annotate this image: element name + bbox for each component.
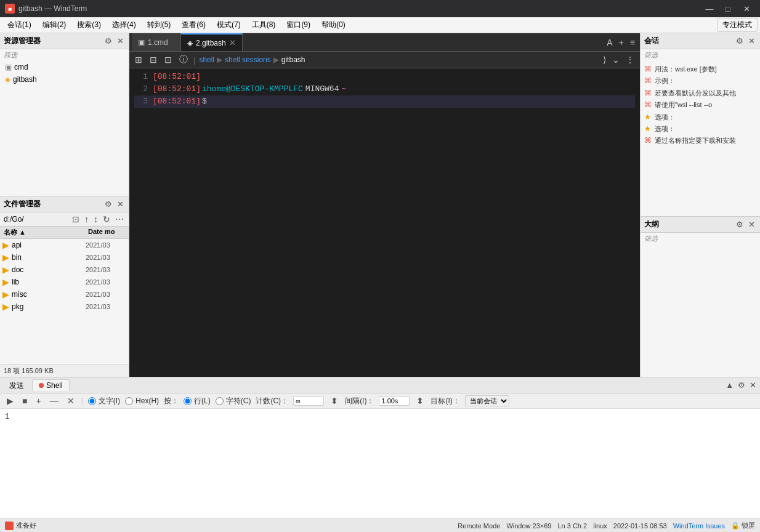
menu-tools[interactable]: 工具(8) — [247, 18, 281, 32]
menu-search[interactable]: 搜索(3) — [72, 18, 106, 32]
bottom-close-icon[interactable]: ✕ — [748, 380, 758, 390]
lock-button[interactable]: 🔒 锁屏 — [731, 521, 755, 530]
tab-close-icon[interactable]: ✕ — [229, 38, 236, 47]
tree-item-cmd[interactable]: ▣ cmd — [0, 61, 129, 73]
issues-link[interactable]: WindTerm Issues — [673, 522, 725, 530]
folder-icon: ▶ — [2, 277, 9, 287]
tab-gitbash[interactable]: ◈ 2.gitbash ✕ — [181, 33, 243, 51]
fm-col-date[interactable]: Date mo — [86, 227, 129, 238]
play-button[interactable]: ▶ — [5, 395, 15, 406]
resource-manager-header: 资源管理器 ⚙ ✕ — [0, 33, 129, 49]
fm-col-name[interactable]: 名称 ▲ — [0, 227, 86, 238]
list-item[interactable]: ▶pkg 2021/03 — [0, 300, 129, 313]
bottom-collapse-icon[interactable]: ▲ — [724, 380, 735, 390]
file-manager: 文件管理器 ⚙ ✕ d:/Go/ ⊡ ↑ ↕ ↻ ⋯ 名称 ▲ Date mo — [0, 196, 129, 377]
git-icon: ◈ — [5, 75, 10, 84]
by-row-radio-input[interactable] — [184, 397, 192, 405]
split-h-icon[interactable]: ⊡ — [163, 54, 174, 65]
new-tab-icon[interactable]: ⊞ — [133, 54, 144, 65]
file-manager-settings-icon[interactable]: ⚙ — [103, 199, 113, 209]
type-text-radio-input[interactable] — [88, 397, 96, 405]
by-char-radio[interactable]: 字符(C) — [216, 396, 251, 406]
chat-text: 请使用"wsl --list --o — [655, 100, 712, 110]
list-item[interactable]: ▶bin 2021/03 — [0, 251, 129, 264]
resource-manager-settings-icon[interactable]: ⚙ — [103, 36, 113, 46]
addr-nav-icon[interactable]: ⟩ — [601, 54, 608, 65]
breadcrumb-shell[interactable]: shell — [199, 55, 214, 64]
tab-menu-icon[interactable]: ≡ — [628, 36, 637, 49]
bottom-tab-send[interactable]: 发送 — [2, 379, 31, 392]
menu-view[interactable]: 查看(6) — [177, 18, 211, 32]
type-hex-radio-input[interactable] — [125, 397, 133, 405]
breadcrumb-gitbash[interactable]: gitbash — [281, 55, 305, 64]
fm-sort-icon[interactable]: ↕ — [92, 214, 99, 225]
info-icon[interactable]: ⓘ — [177, 54, 190, 66]
address-bar: ⊞ ⊟ ⊡ ⓘ | shell ▶ shell sessions ▶ gitba… — [129, 52, 640, 68]
tab-add-icon[interactable]: + — [616, 36, 626, 49]
clear-button[interactable]: ✕ — [65, 395, 76, 406]
menu-select[interactable]: 选择(4) — [107, 18, 141, 32]
outline-close-icon[interactable]: ✕ — [747, 219, 756, 230]
fm-more-icon[interactable]: ⋯ — [114, 214, 125, 225]
minus-button[interactable]: — — [48, 395, 60, 406]
chat-filter: 筛选 — [641, 49, 760, 61]
target-label: 目标(I)： — [431, 396, 459, 406]
tab-cmd[interactable]: ▣ 1.cmd — [132, 33, 181, 51]
menu-session[interactable]: 会话(1) — [2, 18, 36, 32]
addr-expand-icon[interactable]: ⌄ — [610, 54, 621, 65]
breadcrumb-sep2: ▶ — [273, 55, 279, 64]
folder-icon: ▶ — [2, 240, 9, 250]
list-item[interactable]: ▶lib 2021/03 — [0, 276, 129, 288]
breadcrumb-sessions[interactable]: shell sessions — [225, 55, 271, 64]
bottom-content[interactable]: 1 — [0, 409, 760, 518]
menu-window[interactable]: 窗口(9) — [281, 18, 315, 32]
lock-icon: 🔒 — [731, 522, 740, 530]
fm-up-icon[interactable]: ↑ — [83, 214, 90, 225]
count-input[interactable] — [293, 396, 324, 406]
chat-close-icon[interactable]: ✕ — [747, 36, 756, 46]
by-char-radio-input[interactable] — [216, 397, 224, 405]
fm-copy-path-icon[interactable]: ⊡ — [71, 214, 81, 225]
type-hex-radio[interactable]: Hex(H) — [125, 397, 159, 405]
chat-settings-icon[interactable]: ⚙ — [735, 36, 745, 46]
line-num-1: 1 — [134, 71, 153, 83]
stop-button[interactable]: ■ — [20, 395, 29, 406]
menu-mode[interactable]: 模式(7) — [212, 18, 246, 32]
bottom-settings-icon[interactable]: ⚙ — [737, 380, 746, 390]
menu-edit[interactable]: 编辑(2) — [38, 18, 71, 32]
maximize-button[interactable]: □ — [719, 0, 737, 17]
window-title: gitbash — WindTerm — [18, 4, 87, 13]
chat-cmd-icon: ⌘ — [644, 89, 653, 97]
list-item[interactable]: ▶api 2021/03 — [0, 239, 129, 251]
tree-item-gitbash[interactable]: ◈ gitbash — [0, 73, 129, 86]
chat-content: ⌘ 用法：wsl.exe [参数] ⌘ 示例： ⌘ 若要查看默认分发以及其他 ⌘… — [641, 61, 760, 216]
minimize-button[interactable]: — — [701, 0, 718, 17]
add-button[interactable]: + — [34, 395, 42, 406]
bottom-tab-shell[interactable]: Shell — [32, 379, 70, 391]
target-select[interactable]: 当前会话 — [465, 395, 509, 406]
split-v-icon[interactable]: ⊟ — [148, 54, 159, 65]
menu-help[interactable]: 帮助(0) — [317, 18, 350, 32]
tab-font-size-icon[interactable]: A — [604, 36, 615, 49]
folder-icon: ▶ — [2, 265, 9, 275]
interval-label: 间隔(I)： — [345, 396, 374, 406]
list-item[interactable]: ▶misc 2021/03 — [0, 288, 129, 300]
line-num-2: 2 — [134, 83, 153, 95]
interval-spin-icon[interactable]: ⬍ — [414, 395, 426, 406]
interval-input[interactable] — [379, 396, 410, 406]
terminal-content[interactable]: 1 [08:52:01] 2 [08:52:01] ihome@DESKTOP-… — [129, 68, 640, 377]
type-text-radio[interactable]: 文字(I) — [88, 396, 120, 406]
list-item[interactable]: ▶doc 2021/03 — [0, 264, 129, 276]
resource-manager-close-icon[interactable]: ✕ — [116, 36, 125, 46]
outline-settings-icon[interactable]: ⚙ — [735, 219, 745, 230]
expert-mode-button[interactable]: 专注模式 — [717, 18, 758, 32]
chat-star-icon: ★ — [644, 113, 653, 121]
count-spin-icon[interactable]: ⬍ — [329, 395, 340, 406]
addr-more-icon[interactable]: ⋮ — [624, 54, 636, 65]
close-button[interactable]: ✕ — [738, 0, 755, 17]
statusbar-left: 准备好 — [5, 521, 36, 530]
fm-refresh-icon[interactable]: ↻ — [102, 214, 111, 225]
menu-goto[interactable]: 转到(5) — [142, 18, 176, 32]
file-manager-close-icon[interactable]: ✕ — [116, 199, 125, 209]
by-row-radio[interactable]: 行(L) — [184, 396, 211, 406]
